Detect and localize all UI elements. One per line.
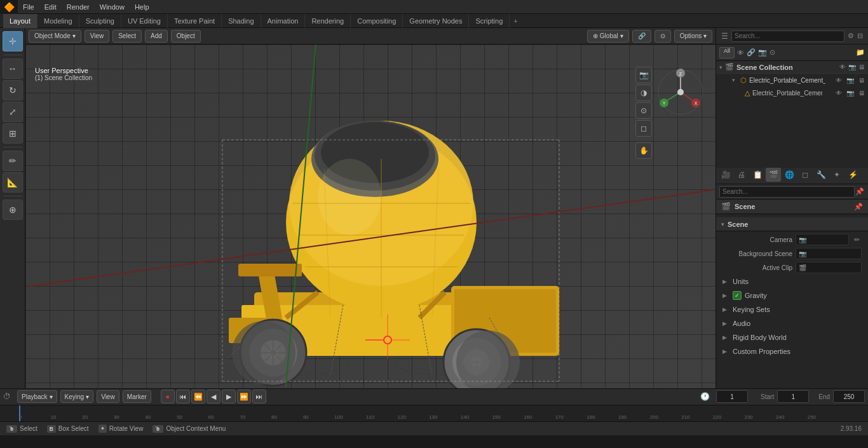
scene-monitor-icon[interactable]: 🖥 xyxy=(858,64,865,71)
menu-edit[interactable]: Edit xyxy=(39,0,62,14)
props-output-icon[interactable]: 🖨 xyxy=(734,168,749,182)
item-1-monitor[interactable]: 🖥 xyxy=(858,77,865,84)
current-frame-input[interactable] xyxy=(716,390,748,403)
nav-gizmo[interactable]: Z X Y xyxy=(655,67,706,118)
global-select[interactable]: ⊕ Global ▾ xyxy=(587,30,629,43)
props-view-layer-icon[interactable]: 📋 xyxy=(750,168,765,182)
end-frame-input[interactable] xyxy=(833,390,865,403)
add-menu[interactable]: Add xyxy=(145,30,168,43)
viewport-shading-btn[interactable]: ◑ xyxy=(635,85,652,101)
props-particles-icon[interactable]: ✦ xyxy=(829,168,844,182)
add-tool[interactable]: ⊕ xyxy=(3,200,23,220)
active-clip-value[interactable]: 🎬 xyxy=(796,262,862,273)
props-scene-icon[interactable]: 🎬 xyxy=(766,168,781,182)
gravity-checkbox[interactable]: ✓ xyxy=(733,291,742,300)
timeline-header: ⏱ Playback ▾ Keying ▾ View Marker ● ⏮ ⏪ … xyxy=(0,389,868,405)
keying-btn[interactable]: Keying ▾ xyxy=(60,390,94,403)
scale-tool[interactable]: ⤢ xyxy=(3,102,23,122)
tab-animation[interactable]: Animation xyxy=(261,14,306,28)
outliner-search-input[interactable] xyxy=(731,31,844,42)
props-modifier-icon[interactable]: 🔧 xyxy=(813,168,829,182)
props-search-input[interactable] xyxy=(719,186,855,198)
scene-eye-icon[interactable]: 👁 xyxy=(839,64,846,71)
object-mode-select[interactable]: Object Mode ▾ xyxy=(29,30,81,43)
outliner-item-1[interactable]: ▾ ⬡ Electric_Portable_Cement_Mi... 👁 📷 🖥 xyxy=(716,74,868,86)
tab-modeling[interactable]: Modeling xyxy=(37,14,79,28)
props-object-icon[interactable]: ◻ xyxy=(797,168,813,182)
custom-props-section[interactable]: ▶ Custom Properties xyxy=(716,344,868,358)
filter-all-btn[interactable]: All xyxy=(719,47,735,58)
tab-scripting[interactable]: Scripting xyxy=(469,14,510,28)
viewport-canvas[interactable]: User Perspective (1) Scene Collection Z … xyxy=(25,44,715,388)
jump-start-btn[interactable]: ⏮ xyxy=(176,390,190,404)
select-menu[interactable]: Select xyxy=(112,30,142,43)
filter-icon[interactable]: ⚙ xyxy=(848,32,854,40)
inner-monitor-icon[interactable]: 🖥 xyxy=(858,90,865,97)
menu-window[interactable]: Window xyxy=(95,0,130,14)
add-workspace-button[interactable]: + xyxy=(510,16,521,26)
outliner-item-inner-1[interactable]: △ Electric_Portable_Cemen... 👁 📷 🖥 xyxy=(716,86,868,99)
menu-render[interactable]: Render xyxy=(62,0,95,14)
view-menu[interactable]: View xyxy=(85,30,110,43)
props-physics-icon[interactable]: ⚡ xyxy=(845,168,860,182)
prev-keyframe-btn[interactable]: ⏪ xyxy=(191,390,205,404)
menu-help[interactable]: Help xyxy=(130,0,154,14)
inner-camera-icon[interactable]: 📷 xyxy=(846,90,854,97)
rigid-body-section[interactable]: ▶ Rigid Body World xyxy=(716,330,868,344)
tab-sculpting[interactable]: Sculpting xyxy=(79,14,121,28)
start-frame-input[interactable] xyxy=(777,390,809,403)
tab-geometry-nodes[interactable]: Geometry Nodes xyxy=(403,14,469,28)
annotate-tool[interactable]: ✏ xyxy=(3,151,23,171)
keying-sets-section[interactable]: ▶ Keying Sets xyxy=(716,302,868,316)
proportional-edit[interactable]: ⊙ xyxy=(654,30,671,43)
background-scene-value[interactable]: 📷 xyxy=(796,248,862,259)
record-btn[interactable]: ● xyxy=(161,390,175,404)
camera-edit-btn[interactable]: ✏ xyxy=(852,236,862,244)
props-world-icon[interactable]: 🌐 xyxy=(782,168,797,182)
inner-eye-icon[interactable]: 👁 xyxy=(836,90,842,97)
object-menu[interactable]: Object xyxy=(171,30,201,43)
tab-uv-editing[interactable]: UV Editing xyxy=(121,14,168,28)
props-pin-btn[interactable]: 📌 xyxy=(855,187,865,197)
tab-rendering[interactable]: Rendering xyxy=(305,14,351,28)
camera-view-btn[interactable]: 📷 xyxy=(635,67,652,83)
tab-texture-paint[interactable]: Texture Paint xyxy=(168,14,222,28)
play-btn[interactable]: ▶ xyxy=(222,390,236,404)
scene-section-header[interactable]: ▾ Scene xyxy=(716,217,868,231)
scene-camera-icon[interactable]: 📷 xyxy=(848,64,856,71)
item-1-eye[interactable]: 👁 xyxy=(836,77,842,84)
options-btn[interactable]: Options ▾ xyxy=(674,30,712,43)
transform-tool[interactable]: ⊞ xyxy=(3,123,23,144)
play-reverse-btn[interactable]: ◀ xyxy=(207,390,220,404)
camera-value[interactable]: 📷 xyxy=(796,234,849,245)
next-keyframe-btn[interactable]: ⏩ xyxy=(237,390,251,404)
sort-icon[interactable]: ⊟ xyxy=(857,32,863,40)
timeline-ruler[interactable]: 0 10 20 30 40 50 60 70 80 90 100 110 120… xyxy=(0,405,868,421)
tab-compositing[interactable]: Compositing xyxy=(351,14,403,28)
scene-pin-btn[interactable]: 📌 xyxy=(854,203,863,211)
filter-icon-2: 🔗 xyxy=(747,48,756,57)
scene-collection-row[interactable]: ▾ 🎬 Scene Collection 👁 📷 🖥 xyxy=(716,61,868,74)
cursor-tool[interactable]: ✛ xyxy=(3,31,23,51)
item-1-camera[interactable]: 📷 xyxy=(846,77,854,84)
pan-btn[interactable]: ✋ xyxy=(635,142,652,159)
outliner-new-collection-btn[interactable]: 📁 xyxy=(856,48,865,57)
snap-toggle[interactable]: 🔗 xyxy=(632,30,651,43)
units-section[interactable]: ▶ Units xyxy=(716,275,868,288)
audio-section[interactable]: ▶ Audio xyxy=(716,316,868,330)
tab-shading[interactable]: Shading xyxy=(222,14,261,28)
timeline-view-btn[interactable]: View xyxy=(97,390,119,403)
move-tool[interactable]: ↔ xyxy=(3,58,23,79)
marker-btn[interactable]: Marker xyxy=(123,390,151,403)
viewport[interactable]: Object Mode ▾ View Select Add Object ⊕ G… xyxy=(25,28,715,388)
menu-file[interactable]: File xyxy=(18,0,39,14)
gravity-row[interactable]: ▶ ✓ Gravity xyxy=(716,288,868,302)
rotate-tool[interactable]: ↻ xyxy=(3,80,23,100)
jump-end-btn[interactable]: ⏭ xyxy=(252,390,266,404)
overlay-btn[interactable]: ⊙ xyxy=(635,102,652,119)
playback-btn[interactable]: Playback ▾ xyxy=(17,390,57,403)
xray-btn[interactable]: ◻ xyxy=(635,120,652,137)
measure-tool[interactable]: 📐 xyxy=(3,172,23,193)
tab-layout[interactable]: Layout xyxy=(3,14,37,28)
props-render-icon[interactable]: 🎥 xyxy=(718,168,733,182)
